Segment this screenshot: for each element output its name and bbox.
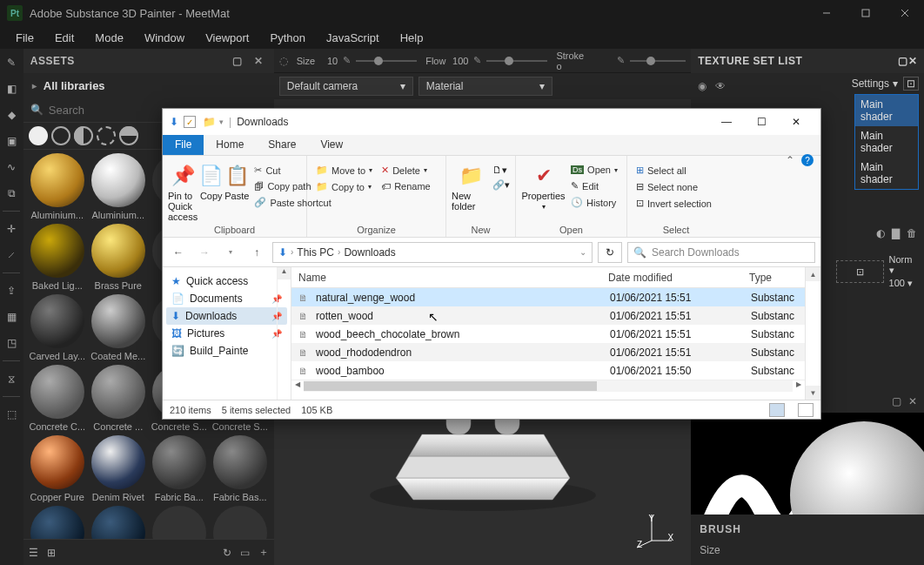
ribbon-tab-file[interactable]: File [163, 135, 204, 155]
mask-icon[interactable]: ◐ [876, 227, 885, 239]
asset-thumbnail[interactable]: Baked Lig... [29, 224, 86, 291]
checkbox-icon[interactable]: ✓ [184, 116, 196, 128]
tree-item-documents[interactable]: 📄Documents📌 [166, 290, 287, 307]
explorer-titlebar[interactable]: ⬇ ✓ 📁 ▾ | Downloads — ☐ ✕ [163, 109, 820, 135]
asset-thumbnail[interactable]: Carved Lay... [29, 294, 86, 361]
settings-dropdown[interactable]: Settings ▾ ⊡ [852, 77, 919, 91]
bake-tool-icon[interactable]: ▦ [1, 306, 22, 327]
filter-textures-icon[interactable] [97, 126, 116, 145]
details-view-button[interactable] [769, 403, 785, 417]
undock-icon[interactable]: ▢ [892, 395, 901, 407]
asset-thumbnail[interactable]: Concrete C... [29, 365, 86, 432]
explorer-maximize-button[interactable]: ☐ [744, 111, 779, 133]
copy-to-button[interactable]: 📁Copy to▾ [312, 179, 376, 194]
smudge-tool-icon[interactable]: ∿ [1, 157, 22, 178]
asset-thumbnail[interactable]: Aluminium... [29, 153, 86, 220]
up-button[interactable]: ↑ [246, 242, 267, 263]
menu-python[interactable]: Python [259, 28, 315, 48]
import-icon[interactable]: ▭ [240, 547, 250, 559]
close-panel-icon[interactable]: ✕ [908, 55, 918, 67]
select-all-button[interactable]: ⊞Select all [633, 163, 715, 178]
refresh-button[interactable]: ↻ [598, 242, 622, 263]
asset-thumbnail[interactable]: Denim Rivet [90, 435, 147, 502]
shader-option[interactable]: Main shader [855, 126, 918, 158]
back-button[interactable]: ← [168, 242, 189, 263]
rename-button[interactable]: 🏷Rename [378, 179, 434, 193]
tree-item-quick-access[interactable]: ★Quick access [166, 272, 287, 290]
help-icon[interactable]: ? [801, 154, 814, 166]
list-view-icon[interactable]: ☰ [29, 547, 38, 559]
menu-viewport[interactable]: Viewport [195, 28, 259, 48]
slider-size[interactable]: Size10✎ [297, 55, 417, 66]
file-row[interactable]: 🗎natural_wenge_wood01/06/2021 15:51Subst… [291, 288, 805, 306]
timer-tool-icon[interactable]: ⧖ [1, 368, 22, 389]
tree-scrollbar[interactable]: ▲ [277, 267, 291, 400]
filter-all-icon[interactable] [29, 126, 48, 145]
forward-button[interactable]: → [194, 242, 215, 263]
asset-thumbnail[interactable]: Coated Me... [90, 294, 147, 361]
ribbon-tab-home[interactable]: Home [204, 135, 256, 155]
asset-thumbnail[interactable]: Fabric Bas... [211, 435, 269, 502]
address-bar[interactable]: ⬇ › This PC › Downloads ⌄ [272, 242, 593, 263]
close-panel-icon[interactable]: ✕ [250, 52, 267, 70]
iray-tool-icon[interactable]: ◳ [1, 333, 22, 353]
chevron-down-icon[interactable]: ⌄ [579, 247, 586, 257]
explorer-close-button[interactable]: ✕ [779, 111, 814, 133]
layer-thumbnail[interactable]: ⊡ [836, 260, 883, 283]
tree-item-pictures[interactable]: 🖼Pictures📌 [166, 325, 287, 342]
horizontal-scrollbar[interactable]: ◀ ▶ [291, 380, 805, 392]
picker-tool-icon[interactable]: ✛ [1, 219, 22, 239]
asset-thumbnail[interactable] [211, 506, 269, 539]
brush-tool-icon[interactable]: ✎ [1, 52, 22, 73]
add-icon[interactable]: ＋ [258, 545, 269, 560]
shader-option[interactable]: Main shader [855, 158, 918, 189]
grid-view-icon[interactable]: ⊞ [47, 547, 56, 559]
paste-button[interactable]: 📋Paste [224, 159, 249, 201]
shader-option[interactable]: Main shader [855, 95, 918, 126]
menu-window[interactable]: Window [134, 28, 195, 48]
projection-tool-icon[interactable]: ◆ [1, 104, 22, 125]
crop-tool-icon[interactable]: ⬚ [1, 404, 22, 425]
open-button[interactable]: DsOpen▾ [567, 163, 621, 177]
eye-icon[interactable]: 👁 [715, 80, 726, 92]
clone-tool-icon[interactable]: ⧉ [1, 183, 22, 204]
recent-locations-button[interactable]: ▾ [220, 242, 241, 263]
explorer-search[interactable]: 🔍 Search Downloads [627, 242, 815, 263]
invert-selection-button[interactable]: ⊡Invert selection [633, 196, 715, 211]
menu-help[interactable]: Help [390, 28, 434, 48]
blend-mode-dropdown[interactable]: Norm ▾ [889, 254, 917, 276]
minimize-button[interactable] [807, 0, 846, 26]
close-panel-icon[interactable]: ✕ [908, 395, 917, 407]
file-row[interactable]: 🗎rotten_wood01/06/2021 15:51Substanc [291, 306, 805, 325]
fill-tool-icon[interactable]: ▣ [1, 131, 22, 151]
asset-thumbnail[interactable]: Concrete ... [90, 365, 147, 432]
undock-icon[interactable]: ▢ [898, 55, 908, 67]
eye-solo-icon[interactable]: ◉ [698, 80, 706, 92]
new-folder-button[interactable]: 📁New folder [452, 159, 491, 212]
undock-icon[interactable]: ▢ [229, 52, 246, 70]
copy-button[interactable]: 📄Copy [199, 159, 223, 201]
filter-alphas-icon[interactable] [119, 126, 138, 145]
thumbnails-view-button[interactable] [798, 403, 814, 417]
properties-button[interactable]: ✔Properties▾ [521, 159, 566, 211]
ribbon-collapse-icon[interactable]: ⌃ [786, 154, 794, 166]
refresh-icon[interactable]: ↻ [223, 547, 231, 559]
folder-icon[interactable]: ▇ [892, 227, 900, 239]
ribbon-tab-share[interactable]: Share [256, 135, 308, 155]
brush-shape-icon[interactable]: ◌ [279, 55, 288, 67]
slider-flow[interactable]: Flow100✎ [425, 55, 547, 66]
focus-icon[interactable]: ⊡ [903, 77, 919, 91]
edit-button[interactable]: ✎Edit [567, 178, 621, 193]
maximize-button[interactable] [846, 0, 885, 26]
menu-edit[interactable]: Edit [44, 28, 84, 48]
file-row[interactable]: 🗎wood_bamboo01/06/2021 15:50Substanc [291, 361, 805, 380]
pin-quickaccess-button[interactable]: 📌Pin to Quick access [168, 159, 198, 222]
select-none-button[interactable]: ⊟Select none [633, 179, 715, 194]
trash-icon[interactable]: 🗑 [907, 227, 917, 239]
asset-thumbnail[interactable]: Brass Pure [90, 224, 147, 291]
tree-item-downloads[interactable]: ⬇Downloads📌 [166, 307, 287, 325]
asset-thumbnail[interactable] [29, 506, 86, 539]
channel-dropdown[interactable]: Material▾ [418, 77, 552, 96]
file-row[interactable]: 🗎wood_beech_chocolate_brown01/06/2021 15… [291, 325, 805, 343]
vertical-scrollbar[interactable]: ▲ ▼ [805, 267, 820, 400]
